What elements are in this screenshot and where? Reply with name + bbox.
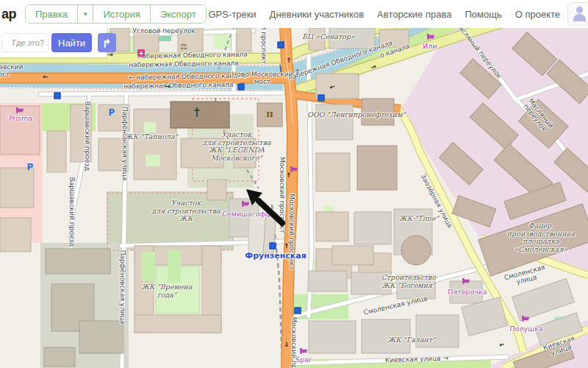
edit-dropdown-caret[interactable]: ▾ [77,5,93,23]
annotation-arrow [0,28,588,368]
header-link-3[interactable]: Авторские права [377,9,451,20]
header-link-4[interactable]: Помощь [465,9,501,20]
history-button[interactable]: История [93,5,149,23]
search-panel: Найти ↱ [0,28,107,57]
user-menu-button[interactable] [567,2,588,26]
export-button[interactable]: Экспорт [150,5,206,23]
header-link-5[interactable]: О проекте [515,9,560,20]
header-link-2[interactable]: Дневники участников [270,9,365,20]
search-input[interactable] [1,33,49,52]
user-icon [576,7,583,13]
osm-app: Угловой переулокнабережная Обводного кан… [0,0,588,368]
user-icon-body [573,14,586,21]
map-canvas[interactable]: Угловой переулокнабережная Обводного кан… [0,28,588,368]
top-navbar: ap Правка ▾ История Экспорт GPS-трекиДне… [0,0,588,28]
directions-button[interactable]: ↱ [98,33,116,52]
find-button[interactable]: Найти [51,33,92,52]
header-link-1[interactable]: GPS-треки [208,9,256,20]
route-arrow-icon: ↱ [102,37,112,49]
header-links: GPS-трекиДневники участниковАвторские пр… [208,9,560,20]
edit-button[interactable]: Правка [26,5,77,23]
site-logo-partial[interactable]: ap [1,7,16,22]
edit-history-export-group: Правка ▾ История Экспорт [25,4,207,24]
